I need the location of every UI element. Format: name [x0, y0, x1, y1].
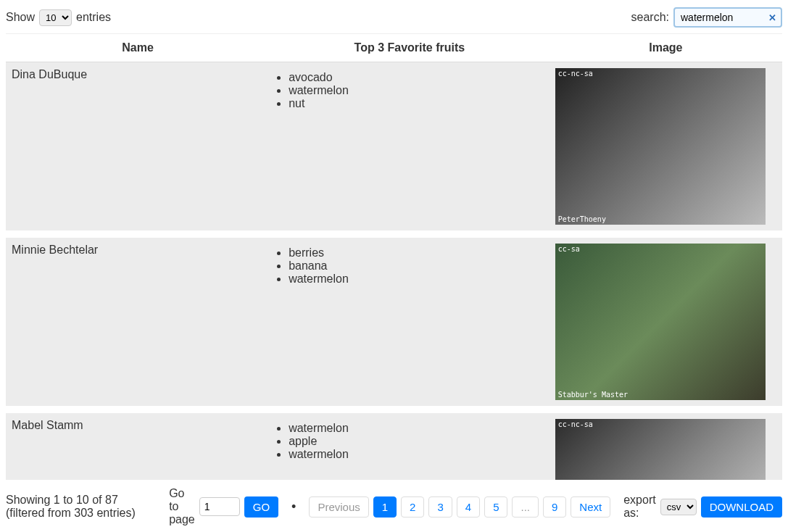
image-placeholder: cc-nc-saPeterThoeny: [555, 68, 766, 225]
col-fruits[interactable]: Top 3 Favorite fruits: [270, 34, 549, 62]
cell-fruits: avocadowatermelonnut: [270, 62, 549, 235]
fruit-item: banana: [289, 259, 544, 273]
search-box: ✕: [673, 7, 782, 28]
image-credit-label: Stabbur's Master: [558, 391, 628, 399]
fruit-item: watermelon: [289, 84, 544, 97]
export-label: export as:: [623, 494, 655, 520]
download-button[interactable]: DOWNLOAD: [701, 496, 782, 518]
page-4[interactable]: 4: [457, 496, 480, 518]
page-3[interactable]: 3: [428, 496, 452, 518]
cell-image: cc-nc-saPeterThoeny: [549, 62, 782, 235]
image-placeholder: cc-saStabbur's Master: [555, 244, 766, 400]
table-row: Minnie Bechtelarberriesbananawatermelonc…: [6, 234, 782, 410]
table-scroll-region[interactable]: Name Top 3 Favorite fruits Image Dina Du…: [6, 33, 782, 480]
image-placeholder: cc-nc-sa: [555, 419, 766, 480]
fruit-item: watermelon: [289, 448, 544, 461]
fruit-item: berries: [289, 246, 544, 259]
cell-name: Minnie Bechtelar: [6, 234, 270, 410]
col-image[interactable]: Image: [549, 34, 782, 62]
table-row: Mabel Stammwatermelonapplewatermeloncc-n…: [6, 410, 782, 480]
clear-search-icon[interactable]: ✕: [768, 12, 776, 23]
show-label-pre: Show: [6, 11, 35, 24]
go-button[interactable]: GO: [244, 496, 278, 518]
data-table: Name Top 3 Favorite fruits Image Dina Du…: [6, 34, 782, 480]
table-row: Dina DuBuqueavocadowatermelonnutcc-nc-sa…: [6, 62, 782, 235]
pagination: Previous12345...9Next: [309, 496, 610, 518]
goto-input[interactable]: [199, 497, 240, 516]
page-5[interactable]: 5: [484, 496, 507, 518]
cell-image: cc-nc-sa: [549, 410, 782, 480]
fruit-item: watermelon: [289, 422, 544, 435]
cell-fruits: watermelonapplewatermelon: [270, 410, 549, 480]
cell-image: cc-saStabbur's Master: [549, 234, 782, 410]
page-next[interactable]: Next: [571, 496, 610, 518]
fruit-item: watermelon: [289, 273, 544, 286]
cell-name: Dina DuBuque: [6, 62, 270, 235]
image-credit-label: PeterThoeny: [558, 215, 606, 223]
fruit-item: apple: [289, 435, 544, 448]
fruit-item: avocado: [289, 71, 544, 84]
image-license-label: cc-nc-sa: [558, 420, 763, 428]
fruit-item: nut: [289, 97, 544, 110]
show-label-post: entries: [76, 11, 111, 24]
showing-text: Showing 1 to 10 of 87 (filtered from 303…: [6, 494, 156, 520]
page-2[interactable]: 2: [401, 496, 424, 518]
col-name[interactable]: Name: [6, 34, 270, 62]
page-previous[interactable]: Previous: [309, 496, 368, 518]
search-input[interactable]: [679, 11, 768, 24]
page-1[interactable]: 1: [373, 496, 397, 518]
image-license-label: cc-nc-sa: [558, 70, 763, 78]
page-ellipsis: ...: [512, 496, 539, 518]
entries-select[interactable]: 10: [39, 9, 72, 26]
page-9[interactable]: 9: [543, 496, 566, 518]
cell-fruits: berriesbananawatermelon: [270, 234, 549, 410]
cell-name: Mabel Stamm: [6, 410, 270, 480]
image-license-label: cc-sa: [558, 245, 763, 253]
export-select[interactable]: csv: [660, 499, 697, 515]
goto-label: Go to page: [169, 487, 195, 526]
search-label: search:: [631, 11, 669, 24]
